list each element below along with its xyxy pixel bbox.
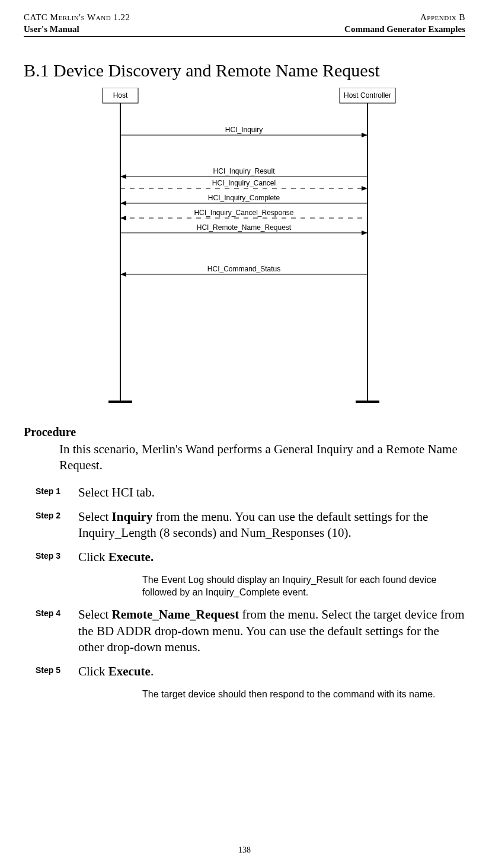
page-header: CATC Merlin's Wand 1.22 Appendix B User'… bbox=[24, 12, 465, 37]
step-bold: Remote_Name_Request bbox=[112, 607, 239, 622]
step-body: Click Execute. bbox=[78, 549, 465, 565]
messages-group: HCI_InquiryHCI_Inquiry_ResultHCI_Inquiry… bbox=[120, 126, 367, 277]
procedure-section: Procedure In this scenario, Merlin's Wan… bbox=[24, 425, 465, 700]
controller-label: Host Controller bbox=[343, 91, 391, 100]
arrowhead-icon bbox=[120, 201, 126, 206]
step-bold: Execute bbox=[108, 664, 151, 678]
step-body: Select Inquiry from the menu. You can us… bbox=[78, 509, 465, 542]
step-label: Step 2 bbox=[36, 509, 78, 542]
step-note: The target device should then respond to… bbox=[142, 688, 448, 701]
header-rule bbox=[24, 36, 465, 37]
message-label: HCI_Inquiry_Result bbox=[213, 167, 275, 175]
step-row: Step 5Click Execute. bbox=[36, 664, 465, 680]
arrowhead-icon bbox=[362, 133, 367, 137]
arrowhead-icon bbox=[120, 272, 126, 277]
arrowhead-icon bbox=[362, 186, 367, 191]
message-label: HCI_Remote_Name_Request bbox=[196, 223, 291, 232]
step-label: Step 1 bbox=[36, 485, 78, 501]
page-number: 138 bbox=[0, 845, 489, 855]
header-right-bottom: Command Generator Examples bbox=[344, 24, 465, 36]
message-label: HCI_Inquiry_Cancel_Response bbox=[194, 209, 293, 217]
step-body: Select HCI tab. bbox=[78, 485, 465, 501]
section-title: B.1 Device Discovery and Remote Name Req… bbox=[24, 60, 465, 81]
message-label: HCI_Inquiry_Complete bbox=[207, 194, 280, 202]
header-left-bottom: User's Manual bbox=[24, 24, 79, 36]
step-note: The Event Log should display an Inquiry_… bbox=[142, 574, 448, 599]
step-body: Select Remote_Name_Request from the menu… bbox=[78, 607, 465, 655]
message-label: HCI_Inquiry_Cancel bbox=[212, 179, 275, 187]
step-label: Step 5 bbox=[36, 664, 78, 680]
arrowhead-icon bbox=[120, 174, 126, 179]
procedure-intro: In this scenario, Merlin's Wand performs… bbox=[59, 441, 459, 474]
step-label: Step 3 bbox=[36, 549, 78, 565]
steps-container: Step 1Select HCI tab.Step 2Select Inquir… bbox=[24, 485, 465, 701]
step-row: Step 1Select HCI tab. bbox=[36, 485, 465, 501]
message-label: HCI_Command_Status bbox=[207, 265, 280, 273]
step-row: Step 3Click Execute. bbox=[36, 549, 465, 565]
step-bold: Execute. bbox=[108, 550, 154, 564]
procedure-heading: Procedure bbox=[24, 425, 465, 439]
arrowhead-icon bbox=[120, 216, 126, 220]
message-label: HCI_Inquiry bbox=[225, 126, 262, 134]
step-row: Step 2Select Inquiry from the menu. You … bbox=[36, 509, 465, 542]
arrowhead-icon bbox=[362, 230, 367, 235]
header-left-top: CATC Merlin's Wand 1.22 bbox=[24, 12, 130, 24]
sequence-diagram: Host Host Controller HCI_InquiryHCI_Inqu… bbox=[91, 88, 399, 408]
step-body: Click Execute. bbox=[78, 664, 465, 680]
step-row: Step 4Select Remote_Name_Request from th… bbox=[36, 607, 465, 655]
step-bold: Inquiry bbox=[112, 510, 153, 524]
header-right-top: Appendix B bbox=[420, 12, 465, 24]
step-label: Step 4 bbox=[36, 607, 78, 655]
host-label: Host bbox=[113, 91, 127, 100]
